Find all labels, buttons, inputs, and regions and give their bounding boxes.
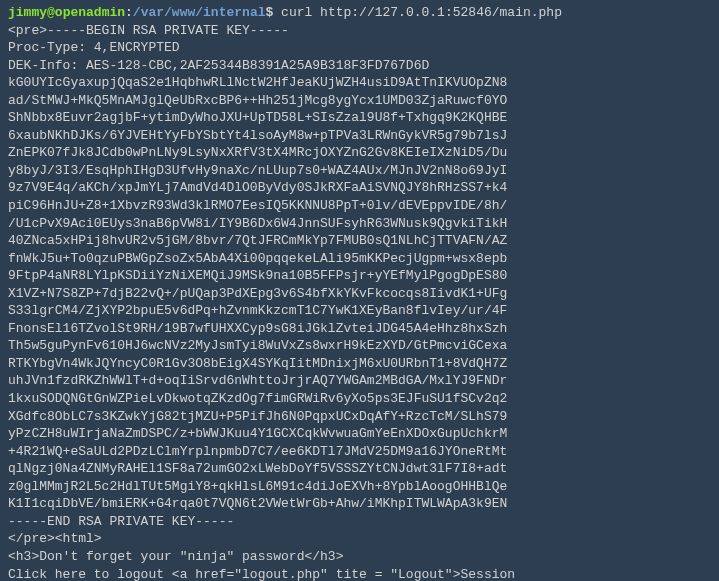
prompt-colon: : bbox=[125, 5, 133, 20]
output-h3: <h3>Don't forget your "ninja" password</… bbox=[8, 548, 711, 566]
output-logout: Click here to logout <a href="logout.php… bbox=[8, 566, 711, 582]
rsa-key-line: fnWkJ5u+To0qzuPBWGpZsoZx5AbA4Xi00pqqekeL… bbox=[8, 250, 711, 268]
rsa-key-line: uhJVn1fzdRKZhWWlT+d+oqIiSrvd6nWhttoJrjrA… bbox=[8, 372, 711, 390]
rsa-key-line: RTKYbgVn4WkJQYncyC0R1Gv3O8bEigX4SYKqIitM… bbox=[8, 355, 711, 373]
rsa-key-line: 40ZNca5xHPij8hvUR2v5jGM/8bvr/7QtJFRCmMkY… bbox=[8, 232, 711, 250]
prompt-path: /var/www/internal bbox=[133, 5, 266, 20]
rsa-key-line: XGdfc8ObLC7s3KZwkYjG82tjMZU+P5PifJh6N0Pq… bbox=[8, 408, 711, 426]
rsa-key-line: 1kxuSODQNGtGnWZPieLvDkwotqZKzdOg7fimGRWi… bbox=[8, 390, 711, 408]
rsa-key-line: Th5w5guPynFv610HJ6wcNVz2MyJsmTyi8WuVxZs8… bbox=[8, 337, 711, 355]
prompt-at: @ bbox=[47, 5, 55, 20]
rsa-key-line: qlNgzj0Na4ZNMyRAHEl1SF8a72umGO2xLWebDoYf… bbox=[8, 460, 711, 478]
rsa-key-line: ShNbbx8Euvr2agjbF+ytimDyWhoJXU+UpTD58L+S… bbox=[8, 109, 711, 127]
rsa-key-line: 9z7V9E4q/aKCh/xpJmYLj7AmdVd4DlO0ByVdy0SJ… bbox=[8, 179, 711, 197]
output-pre-close: </pre><html> bbox=[8, 530, 711, 548]
rsa-key-line: S33lgrCM4/ZjXYP2bpuE5v6dPq+hZvnmKkzcmT1C… bbox=[8, 302, 711, 320]
output-proc-type: Proc-Type: 4,ENCRYPTED bbox=[8, 39, 711, 57]
rsa-key-line: ad/StMWJ+MkQ5MnAMJglQeUbRxcBP6++Hh251jMc… bbox=[8, 92, 711, 110]
prompt-line-1: jimmy@openadmin:/var/www/internal$ curl … bbox=[8, 4, 711, 22]
rsa-key-line: yPzCZH8uWIrjaNaZmDSPC/z+bWWJKuu4Y1GCXCqk… bbox=[8, 425, 711, 443]
command-text: curl http://127.0.0.1:52846/main.php bbox=[273, 5, 562, 20]
rsa-key-line: 9FtpP4aNR8LYlpKSDiiYzNiXEMQiJ9MSk9na10B5… bbox=[8, 267, 711, 285]
rsa-key-line: K1I1cqiDbVE/bmiERK+G4rqa0t7VQN6t2VWetWrG… bbox=[8, 495, 711, 513]
rsa-key-line: FnonsEl16TZvolSt9RH/19B7wfUHXXCyp9sG8iJG… bbox=[8, 320, 711, 338]
prompt-host: openadmin bbox=[55, 5, 125, 20]
rsa-key-line: ZnEPK07fJk8JCdb0wPnLNy9LsyNxXRfV3tX4MRcj… bbox=[8, 144, 711, 162]
rsa-key-line: kG0UYIcGyaxupjQqaS2e1HqbhwRLlNctW2HfJeaK… bbox=[8, 74, 711, 92]
output-end-key: -----END RSA PRIVATE KEY----- bbox=[8, 513, 711, 531]
rsa-key-line: +4R21WQ+eSaULd2PDzLClmYrplnpmbD7C7/ee6KD… bbox=[8, 443, 711, 461]
rsa-key-block: kG0UYIcGyaxupjQqaS2e1HqbhwRLlNctW2HfJeaK… bbox=[8, 74, 711, 513]
output-pre-open: <pre>-----BEGIN RSA PRIVATE KEY----- bbox=[8, 22, 711, 40]
rsa-key-line: z0glMMmjR2L5c2HdlTUt5MgiY8+qkHlsL6M91c4d… bbox=[8, 478, 711, 496]
rsa-key-line: X1VZ+N7S8ZP+7djB22vQ+/pUQap3PdXEpg3v6S4b… bbox=[8, 285, 711, 303]
prompt-user: jimmy bbox=[8, 5, 47, 20]
rsa-key-line: piC96HnJU+Z8+1XbvzR93Wd3klRMO7EesIQ5KKNN… bbox=[8, 197, 711, 215]
rsa-key-line: y8byJ/3I3/EsqHphIHgD3UfvHy9naXc/nLUup7s0… bbox=[8, 162, 711, 180]
rsa-key-line: 6xaubNKhDJKs/6YJVEHtYyFbYSbtYt4lsoAyM8w+… bbox=[8, 127, 711, 145]
output-dek-info: DEK-Info: AES-128-CBC,2AF25344B8391A25A9… bbox=[8, 57, 711, 75]
rsa-key-line: /U1cPvX9Aci0EUys3naB6pVW8i/IY9B6Dx6W4Jnn… bbox=[8, 215, 711, 233]
